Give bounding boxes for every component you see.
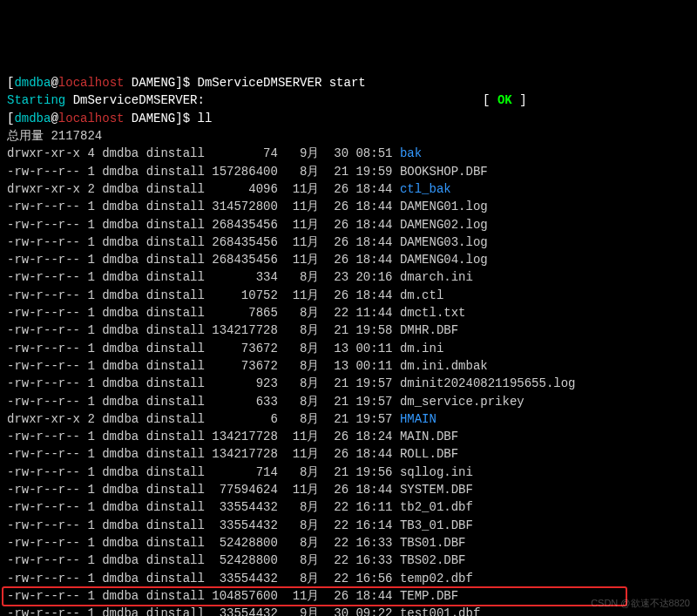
file-name: TBS01.DBF [400,536,466,550]
file-row: -rw-r--r-- 1 dmdba dinstall 268435456 11… [7,234,690,251]
file-row: drwxr-xr-x 2 dmdba dinstall 6 8月 21 19:5… [7,410,690,428]
file-name: BOOKSHOP.DBF [400,165,488,179]
file-row: -rw-r--r-- 1 dmdba dinstall 73672 8月 13 … [7,340,690,357]
file-name: DAMENG04.log [400,253,488,267]
command: ll [197,112,212,125]
file-row: -rw-r--r-- 1 dmdba dinstall 73672 8月 13 … [7,357,690,375]
watermark: CSDN @欲速不达8820 [591,597,690,611]
file-name: temp02.dbf [400,572,473,586]
file-name: dmarch.ini [400,270,473,284]
file-row: -rw-r--r-- 1 dmdba dinstall 33554432 8月 … [7,498,690,516]
file-row: -rw-r--r-- 1 dmdba dinstall 77594624 11月… [7,481,690,498]
terminal-output: [dmdba@localhost DAMENG]$ DmServiceDMSER… [7,74,690,616]
file-row: -rw-r--r-- 1 dmdba dinstall 52428800 8月 … [7,552,690,569]
file-name: sqllog.ini [400,465,473,479]
prompt-line[interactable]: [dmdba@localhost DAMENG]$ DmServiceDMSER… [7,74,690,91]
file-name: DAMENG03.log [400,235,488,249]
file-row: -rw-r--r-- 1 dmdba dinstall 134217728 11… [7,445,690,463]
file-row: -rw-r--r-- 1 dmdba dinstall 33554432 9月 … [7,605,690,616]
file-name: bak [400,146,422,160]
file-row: -rw-r--r-- 1 dmdba dinstall 7865 8月 22 1… [7,304,690,322]
file-name: MAIN.DBF [400,430,458,443]
file-name: TBS02.DBF [400,553,466,567]
file-name: DMHR.DBF [400,323,458,337]
status-line: Starting DmServiceDMSERVER: [ OK ] [7,91,690,109]
prompt-line[interactable]: [dmdba@localhost DAMENG]$ ll [7,110,690,127]
file-name: dm_service.prikey [400,395,524,409]
file-name: ctl_bak [400,182,451,196]
file-name: ROLL.DBF [400,447,458,461]
file-name: tb2_01.dbf [400,500,473,514]
file-name: dm.ctl [400,288,443,302]
file-name: test001.dbf [400,606,480,616]
total-line: 总用量 2117824 [7,127,690,145]
file-row: -rw-r--r-- 1 dmdba dinstall 268435456 11… [7,251,690,268]
file-row: -rw-r--r-- 1 dmdba dinstall 714 8月 21 19… [7,464,690,481]
file-name: SYSTEM.DBF [400,483,473,497]
file-row: -rw-r--r-- 1 dmdba dinstall 268435456 11… [7,216,690,234]
file-name: DAMENG01.log [400,200,488,213]
file-row: -rw-r--r-- 1 dmdba dinstall 157286400 8月… [7,163,690,180]
file-name: dm.ini.dmbak [400,359,488,373]
file-row: -rw-r--r-- 1 dmdba dinstall 923 8月 21 19… [7,375,690,392]
file-name: dmctl.txt [400,306,466,320]
file-row: -rw-r--r-- 1 dmdba dinstall 334 8月 23 20… [7,268,690,286]
file-name: dm.ini [400,342,443,355]
file-row: -rw-r--r-- 1 dmdba dinstall 33554432 8月 … [7,570,690,587]
file-row: -rw-r--r-- 1 dmdba dinstall 52428800 8月 … [7,534,690,552]
file-name: dminit20240821195655.log [400,376,576,390]
file-row: -rw-r--r-- 1 dmdba dinstall 10752 11月 26… [7,287,690,304]
file-row: drwxr-xr-x 4 dmdba dinstall 74 9月 30 08:… [7,145,690,162]
file-name: TEMP.DBF [400,589,458,603]
file-row: drwxr-xr-x 2 dmdba dinstall 4096 11月 26 … [7,180,690,198]
file-name: HMAIN [400,412,436,426]
file-row: -rw-r--r-- 1 dmdba dinstall 104857600 11… [7,587,690,605]
file-name: DAMENG02.log [400,218,488,232]
file-row: -rw-r--r-- 1 dmdba dinstall 633 8月 21 19… [7,393,690,410]
file-row: -rw-r--r-- 1 dmdba dinstall 33554432 8月 … [7,517,690,534]
file-name: TB3_01.DBF [400,518,473,532]
file-row: -rw-r--r-- 1 dmdba dinstall 314572800 11… [7,198,690,215]
file-row: -rw-r--r-- 1 dmdba dinstall 134217728 8月… [7,322,690,339]
command: DmServiceDMSERVER start [197,76,365,90]
file-row: -rw-r--r-- 1 dmdba dinstall 134217728 11… [7,428,690,445]
